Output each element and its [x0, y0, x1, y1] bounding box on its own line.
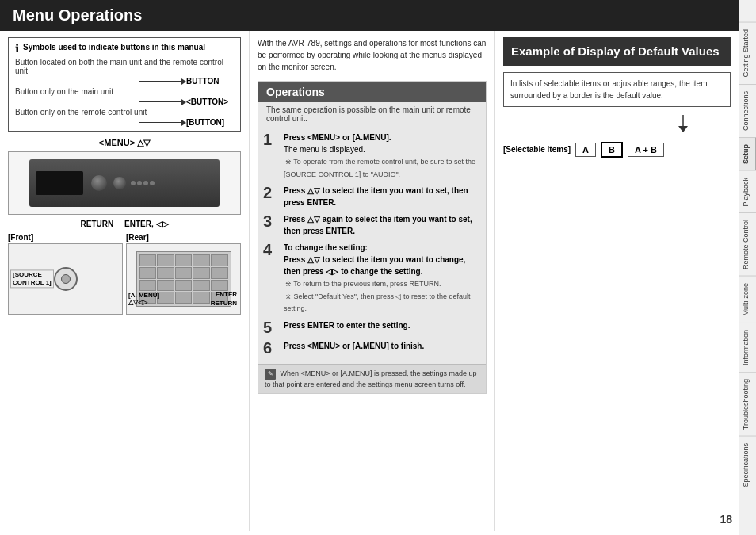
step-6-content: Press <MENU> or [A.MENU] to finish.	[284, 340, 481, 352]
operations-subtitle: The same operation is possible on the ma…	[258, 102, 486, 128]
device-screen	[36, 171, 83, 195]
return-enter-label: RETURN ENTER, ◁▷	[8, 220, 241, 228]
right-sidebar: Getting Started Connections Setup Playba…	[739, 0, 756, 535]
volume-knob	[91, 175, 107, 191]
sidebar-tab-setup[interactable]: Setup	[739, 137, 757, 170]
enter-return-label: ENTERRETURN	[211, 290, 237, 308]
step-2: 2 Press △▽ to select the item you want t…	[263, 185, 481, 208]
source-control-label: [SOURCE CONTROL 1]	[10, 269, 54, 288]
step-4-number: 4	[263, 242, 281, 258]
menu-nav-label: <MENU> △▽	[8, 138, 241, 148]
symbol-value-2: [BUTTON]	[186, 118, 234, 127]
symbol-label-1: Button only on the main unit	[15, 87, 234, 96]
symbol-value-0: BUTTON	[186, 77, 234, 86]
right-info-panel: Example of Display of Default Values In …	[495, 31, 739, 531]
sidebar-tab-information[interactable]: Information	[739, 323, 757, 372]
example-title: Example of Display of Default Values	[503, 37, 731, 66]
device-btn-2	[137, 181, 142, 185]
content-wrapper: ℹ Symbols used to indicate buttons in th…	[0, 31, 739, 531]
step-5-number: 5	[263, 319, 281, 335]
page-number: 18	[720, 513, 732, 525]
sidebar-tab-remote-control[interactable]: Remote Control	[739, 212, 757, 276]
symbol-value-1: <BUTTON>	[186, 97, 234, 106]
symbol-row-2: Button only on the remote control unit	[15, 108, 234, 117]
example-description: In lists of selectable items or adjustab…	[503, 72, 731, 107]
svg-marker-1	[678, 126, 688, 132]
front-section-label: [Front]	[8, 233, 123, 242]
sidebar-tab-troubleshooting[interactable]: Troubleshooting	[739, 372, 757, 436]
step-2-number: 2	[263, 185, 281, 201]
page-title: Menu Operations	[0, 0, 739, 31]
step-1-number: 1	[263, 132, 281, 147]
symbol-arrow-2	[139, 120, 186, 126]
device-front-illustration	[8, 151, 241, 215]
sidebar-tab-specifications[interactable]: Specifications	[739, 436, 757, 494]
step-1-note: ※ To operate from the remote control uni…	[284, 158, 475, 178]
front-device-small: [SOURCE CONTROL 1]	[8, 243, 123, 315]
rear-section-label: [Rear]	[126, 233, 241, 242]
step-1: 1 Press <MENU> or [A.MENU]. The menu is …	[263, 132, 481, 180]
sidebar-tab-playback[interactable]: Playback	[739, 170, 757, 213]
sidebar-tab-connections[interactable]: Connections	[739, 84, 757, 137]
a-menu-label: [A. MENU] △▽◁▷	[128, 292, 159, 306]
device-btn-1	[131, 181, 136, 185]
step-6: 6 Press <MENU> or [A.MENU] to finish.	[263, 340, 481, 356]
sidebar-tab-getting-started[interactable]: Getting Started	[739, 22, 757, 84]
step-list: 1 Press <MENU> or [A.MENU]. The menu is …	[258, 128, 486, 364]
step-1-content: Press <MENU> or [A.MENU]. The menu is di…	[284, 132, 481, 180]
front-section: [Front] [SOURCE CONTROL 1]	[8, 233, 123, 315]
step-5: 5 Press ENTER to enter the setting.	[263, 319, 481, 335]
step-3-number: 3	[263, 213, 281, 229]
selectable-label: [Selectable items]	[503, 145, 571, 154]
intro-text: With the AVR-789, settings and operation…	[258, 37, 487, 73]
selector-knob	[113, 177, 126, 189]
step-5-content: Press ENTER to enter the setting.	[284, 319, 481, 331]
device-btn-4	[150, 181, 155, 185]
step-4-content: To change the setting: Press △▽ to selec…	[284, 242, 481, 315]
operations-box: Operations The same operation is possibl…	[258, 81, 487, 394]
symbols-box: ℹ Symbols used to indicate buttons in th…	[8, 37, 241, 132]
symbol-label-2: Button only on the remote control unit	[15, 108, 234, 117]
symbol-label-0: Button located on both the main unit and…	[15, 58, 234, 75]
rear-section: [Rear] [A. MENU] △▽◁▷ ENTERRETURN	[126, 233, 241, 315]
front-rear-wrapper: [Front] [SOURCE CONTROL 1] [Rear] [A. ME…	[8, 233, 241, 315]
note-icon: ✎	[265, 369, 276, 380]
main-content: Menu Operations ℹ Symbols used to indica…	[0, 0, 739, 535]
rear-device-small: [A. MENU] △▽◁▷ ENTERRETURN	[126, 243, 241, 315]
item-B-selected: B	[601, 142, 623, 158]
step-4: 4 To change the setting: Press △▽ to sel…	[263, 242, 481, 315]
item-A-plus-B: A + B	[628, 143, 664, 157]
step-3: 3 Press △▽ again to select the item you …	[263, 213, 481, 237]
symbol-row-0: Button located on both the main unit and…	[15, 58, 234, 75]
step-6-number: 6	[263, 340, 281, 356]
selectable-items-demo: [Selectable items] A B A + B	[503, 142, 731, 158]
info-icon: ℹ	[15, 42, 19, 55]
step-3-content: Press △▽ again to select the item you wa…	[284, 213, 481, 237]
symbol-arrow-0	[139, 78, 186, 85]
symbols-box-title: Symbols used to indicate buttons in this…	[23, 43, 205, 52]
note-box: ✎ When <MENU> or [A.MENU] is pressed, th…	[258, 364, 486, 394]
sidebar-tab-multi-zone[interactable]: Multi-zone	[739, 276, 757, 323]
front-device-circle	[54, 267, 78, 291]
item-A: A	[575, 143, 596, 157]
step-2-content: Press △▽ to select the item you want to …	[284, 185, 481, 208]
left-panel: ℹ Symbols used to indicate buttons in th…	[0, 31, 250, 531]
device-buttons	[131, 181, 155, 185]
note-text: When <MENU> or [A.MENU] is pressed, the …	[265, 369, 477, 388]
symbol-arrow-1	[139, 99, 186, 105]
avr-front-unit	[29, 159, 220, 207]
arrow-indicator	[503, 115, 699, 136]
middle-panel: With the AVR-789, settings and operation…	[250, 31, 495, 531]
operations-header: Operations	[258, 82, 486, 102]
device-btn-3	[143, 181, 148, 185]
symbol-row-1: Button only on the main unit	[15, 87, 234, 96]
